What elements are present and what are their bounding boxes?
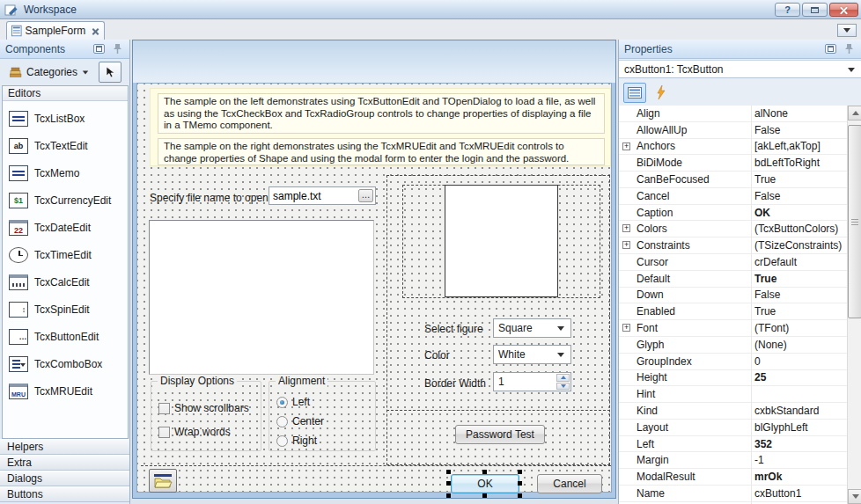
open-dialog-component[interactable] [149,469,177,493]
spin-icon [9,302,28,318]
properties-panel-header: Properties [619,40,861,59]
property-row[interactable]: CanBeFocusedTrue [619,172,861,188]
property-row[interactable]: DefaultTrue [619,271,861,288]
expand-icon[interactable] [622,324,630,332]
property-row[interactable]: DownFalse [619,288,861,304]
color-combobox[interactable]: White [493,345,571,364]
categories-icon [10,67,22,77]
properties-view-button[interactable] [623,83,646,103]
object-selector[interactable]: cxButton1: TcxButton [619,60,861,78]
property-row[interactable]: Left352 [619,436,861,453]
property-row[interactable]: Colors(TcxButtonColors) [619,221,861,237]
cancel-button[interactable]: Cancel [537,474,602,493]
scrollbar-thumb[interactable] [848,125,861,318]
property-row[interactable]: LayoutblGlyphLeft [619,420,861,436]
restore-panel-icon[interactable] [93,44,105,54]
component-item[interactable]: TcxCalcEdit [4,268,126,296]
figure-combobox[interactable]: Square [493,318,571,338]
selection-handle[interactable] [446,493,451,498]
expand-icon[interactable] [622,241,630,249]
radio-icon [276,416,288,427]
component-item[interactable]: TcxDateEdit [4,214,126,241]
expand-icon[interactable] [622,142,630,150]
property-row[interactable]: Hint [619,386,861,403]
events-view-button[interactable] [650,83,673,103]
property-row[interactable]: CancelFalse [619,188,861,205]
align-center-radio[interactable]: Center [276,415,324,427]
categories-button[interactable]: Categories [4,62,95,83]
spin-up-button[interactable] [556,374,570,382]
property-row[interactable]: Height25 [619,370,861,387]
selection-handle[interactable] [482,493,487,498]
component-item[interactable]: TcxComboBox [4,350,126,377]
close-button[interactable] [829,3,858,17]
category-bar-extra[interactable]: Extra [0,455,129,471]
property-row[interactable]: Margin-1 [619,452,861,469]
section-header-editors[interactable]: Editors [3,86,128,101]
chevron-down-icon [843,28,850,33]
designer-surface[interactable]: The sample on the left demonstrates usin… [136,83,612,493]
alignment-group[interactable]: Alignment Left Center Right [269,381,376,451]
textedit-icon [9,138,28,154]
property-row[interactable]: NamecxButton1 [619,486,861,502]
property-row[interactable]: KindcxbkStandard [619,403,861,420]
selection-handle[interactable] [518,481,522,486]
selection-handle[interactable] [446,481,451,486]
component-item[interactable]: TcxSpinEdit [4,296,126,323]
component-item[interactable]: TcxMemo [4,159,126,186]
select-cursor-button[interactable] [99,62,121,83]
selection-handle[interactable] [518,493,522,498]
help-button[interactable]: ? [775,3,800,17]
wrap-words-checkbox[interactable]: Wrap words [158,426,231,438]
property-row[interactable]: EnabledTrue [619,303,861,320]
property-row[interactable]: CaptionOK [619,205,861,222]
category-bar-dialogs[interactable]: Dialogs [0,471,129,486]
align-left-radio[interactable]: Left [276,396,310,408]
time-icon [9,247,28,263]
selection-handle[interactable] [446,470,451,474]
category-bar-buttons[interactable]: Buttons [0,486,129,502]
component-item[interactable]: TcxTextEdit [4,132,126,159]
pin-icon[interactable] [113,43,122,55]
component-item[interactable]: TcxTimeEdit [4,241,126,268]
info-panel[interactable]: The sample on the left demonstrates usin… [150,88,611,166]
pin-icon[interactable] [844,43,854,55]
display-options-group[interactable]: Display Options Show scrollbars Wrap wor… [151,381,261,451]
property-row[interactable]: CursorcrDefault [619,254,861,271]
show-scrollbars-checkbox[interactable]: Show scrollbars [158,402,249,414]
spin-down-button[interactable] [556,383,570,391]
selection-handle[interactable] [518,470,522,474]
tab-list-button[interactable] [837,24,857,37]
password-test-button[interactable]: Password Test [455,425,545,444]
property-row[interactable]: Constraints(TSizeConstraints) [619,237,861,254]
property-row[interactable]: AlignalNone [619,106,861,122]
scroll-up-button[interactable] [848,106,861,121]
align-right-radio[interactable]: Right [276,435,317,447]
tab-sampleform[interactable]: SampleForm [6,21,105,40]
color-label: Color [424,349,450,362]
property-row[interactable]: Glyph(None) [619,337,861,354]
vertical-scrollbar[interactable] [847,106,861,504]
expand-icon[interactable] [622,224,630,232]
component-item[interactable]: TcxCurrencyEdit [4,186,126,214]
selection-handle[interactable] [482,470,487,474]
browse-button[interactable]: … [358,189,373,202]
property-row[interactable]: Anchors[akLeft,akTop] [619,139,861,156]
border-width-spinedit[interactable]: 1 [493,372,571,391]
memo-control[interactable] [149,220,374,375]
category-bar-helpers[interactable]: Helpers [0,439,129,455]
component-item[interactable]: TcxButtonEdit [4,323,126,350]
property-row[interactable]: GroupIndex0 [619,354,861,370]
property-row[interactable]: Font(TFont) [619,320,861,337]
property-row[interactable]: ModalResultmrOk [619,469,861,486]
ok-button[interactable]: OK [451,474,519,493]
restore-panel-icon[interactable] [825,44,836,54]
component-item[interactable]: TcxMRUEdit [4,377,126,405]
minimize-button[interactable] [802,3,828,17]
component-item[interactable]: TcxListBox [4,105,126,132]
property-row[interactable]: AllowAllUpFalse [619,122,861,139]
tab-close-icon[interactable] [91,26,99,36]
property-row[interactable]: BiDiModebdLeftToRight [619,155,861,172]
scroll-down-button[interactable] [848,489,861,504]
shape-control[interactable] [445,185,558,297]
